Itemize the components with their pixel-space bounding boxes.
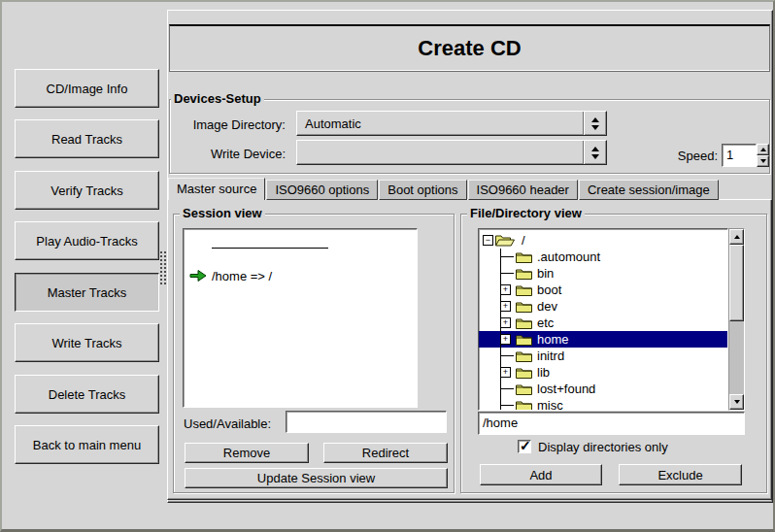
xcdroast-create-cd-window: { "colors": { "bg": "#d6d6d6", "selectio… (0, 0, 775, 532)
folder-icon (516, 267, 532, 283)
speed-down-icon[interactable] (757, 155, 769, 167)
session-list[interactable]: /home => / (183, 228, 418, 408)
sidebar-button-master-tracks[interactable]: Master Tracks (15, 273, 159, 312)
tab-create-session-image[interactable]: Create session/image (579, 180, 719, 200)
expand-icon[interactable] (500, 367, 511, 378)
sidebar-button-label: Delete Tracks (49, 387, 125, 402)
tree-scrollbar[interactable] (728, 228, 745, 411)
session-entry[interactable]: /home => / (212, 269, 272, 283)
folder-icon (516, 250, 532, 266)
speed-label: Speed: (662, 149, 718, 163)
tree-item-dev[interactable]: dev (479, 298, 727, 315)
tree-item-boot[interactable]: boot (479, 282, 727, 298)
tree-item-label: .automount (537, 249, 600, 264)
speed-up-icon[interactable] (757, 144, 769, 155)
sidebar-button-label: Verify Tracks (51, 183, 122, 198)
tree-item-label: lost+found (537, 382, 595, 396)
tree-item-label: misc (537, 398, 563, 411)
devices-setup-frame-label: Devices-Setup (171, 91, 264, 107)
update-session-view-button-label: Update Session view (257, 471, 375, 485)
speed-stepper[interactable] (757, 144, 769, 167)
tab-master-source[interactable]: Master source (168, 178, 265, 200)
sidebar-button-back-to-main-menu[interactable]: Back to main menu (15, 425, 159, 464)
tree-item-label: etc (537, 316, 554, 330)
file-directory-view-frame-label: File/Directory view (467, 206, 585, 221)
sidebar-button-delete-tracks[interactable]: Delete Tracks (15, 375, 159, 414)
folder-icon (516, 316, 532, 332)
sidebar-button-label: Master Tracks (48, 285, 127, 300)
folder-icon (516, 382, 532, 398)
exclude-button-label: Exclude (657, 468, 702, 482)
write-device-value (297, 141, 583, 164)
tree-item-label: boot (537, 283, 561, 297)
sidebar-button-read-tracks[interactable]: Read Tracks (15, 119, 159, 158)
sidebar-button-write-tracks[interactable]: Write Tracks (15, 323, 159, 362)
speed-input[interactable]: 1 (722, 144, 757, 167)
sidebar-button-label: Back to main menu (33, 438, 141, 452)
sidebar-button-label: Play Audio-Tracks (36, 234, 137, 249)
tree-item-initrd[interactable]: initrd (479, 348, 727, 364)
expand-icon[interactable] (500, 301, 511, 312)
sidebar-button-play-audio-tracks[interactable]: Play Audio-Tracks (15, 221, 159, 260)
open-folder-icon (495, 233, 515, 249)
tab-iso9660-header[interactable]: ISO9660 header (468, 180, 578, 200)
session-separator (212, 248, 328, 249)
page-title-frame: Create CD (169, 24, 770, 72)
remove-button-label: Remove (223, 446, 270, 460)
dropdown-arrows-icon (583, 141, 606, 164)
tab-iso9660-options[interactable]: ISO9660 options (266, 180, 378, 200)
image-directory-value: Automatic (297, 112, 583, 135)
add-button[interactable]: Add (480, 464, 602, 485)
tree-item-label: dev (537, 299, 557, 314)
green-arrow-icon (189, 269, 207, 283)
scroll-up-icon[interactable] (729, 229, 744, 245)
write-device-dropdown[interactable] (296, 140, 607, 165)
expand-icon[interactable] (500, 284, 511, 295)
notebook-tabs: Master sourceISO9660 optionsBoot options… (168, 178, 720, 200)
sidebar-button-label: CD/Image Info (47, 82, 128, 96)
tree-item-lost-found[interactable]: lost+found (479, 381, 727, 397)
expand-icon[interactable] (500, 317, 511, 328)
redirect-button-label: Redirect (362, 446, 409, 460)
tree-item-label: lib (537, 365, 550, 380)
scroll-down-icon[interactable] (729, 394, 744, 410)
tree-item-lib[interactable]: lib (479, 364, 727, 381)
dropdown-arrows-icon (583, 112, 606, 135)
paned-grip-handle[interactable] (160, 251, 166, 284)
tree-item-misc[interactable]: misc (479, 397, 727, 411)
redirect-button[interactable]: Redirect (323, 443, 448, 463)
page-title: Create CD (418, 36, 521, 61)
scrollbar-thumb[interactable] (729, 245, 744, 321)
add-button-label: Add (529, 468, 552, 482)
folder-icon (516, 349, 532, 365)
folder-icon (516, 300, 532, 316)
image-directory-dropdown[interactable]: Automatic (296, 111, 607, 136)
tree-item-label: initrd (537, 349, 564, 363)
tree-item-automount[interactable]: .automount (479, 249, 727, 265)
write-device-label: Write Device: (157, 147, 286, 161)
sidebar-button-label: Write Tracks (52, 336, 122, 350)
tree-item-bin[interactable]: bin (479, 265, 727, 282)
directory-tree[interactable]: / .automount bin boot dev etc home initr… (478, 228, 728, 411)
expand-icon[interactable] (500, 334, 511, 345)
image-directory-label: Image Directory: (157, 117, 286, 132)
display-directories-only-label: Display directories only (538, 440, 668, 454)
remove-button[interactable]: Remove (185, 443, 309, 463)
tab-boot-options[interactable]: Boot options (379, 180, 466, 200)
folder-icon (516, 366, 532, 382)
folder-icon (516, 399, 532, 411)
sidebar-button-cd-image-info[interactable]: CD/Image Info (15, 69, 159, 108)
tree-item-label: bin (537, 266, 554, 281)
tree-item-etc[interactable]: etc (479, 315, 727, 331)
used-available-label: Used/Available: (184, 416, 271, 431)
display-directories-only-checkbox[interactable] (518, 440, 531, 453)
exclude-button[interactable]: Exclude (619, 464, 742, 485)
tree-item-home[interactable]: home (479, 331, 727, 348)
sidebar-button-verify-tracks[interactable]: Verify Tracks (15, 171, 159, 210)
used-available-field[interactable] (286, 411, 447, 433)
path-field[interactable]: /home (478, 412, 745, 435)
tree-item-label: home (537, 332, 569, 347)
update-session-view-button[interactable]: Update Session view (185, 468, 448, 488)
collapse-icon[interactable] (483, 235, 493, 246)
tree-item-root[interactable]: / (479, 232, 727, 249)
